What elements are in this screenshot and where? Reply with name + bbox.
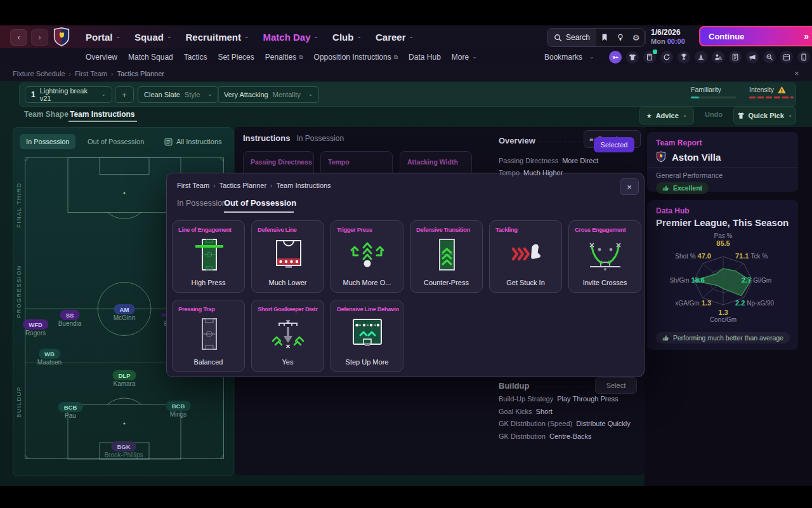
nav-item-club[interactable]: Club⌄ <box>332 32 362 43</box>
sync-icon[interactable] <box>660 51 673 64</box>
quick-pick-button[interactable]: Quick Pick ⌄ <box>733 107 796 124</box>
scouting-icon[interactable] <box>712 51 724 64</box>
squad-shirt-icon[interactable] <box>626 51 639 64</box>
player-position-pill[interactable]: BCB <box>166 401 191 411</box>
breadcrumb-item[interactable]: Fixture Schedule <box>13 70 65 77</box>
player-position-pill[interactable]: BCB <box>58 402 83 412</box>
competition-trophy-icon[interactable] <box>678 51 690 64</box>
inbox-chat-icon[interactable]: 9+ <box>609 51 622 64</box>
overview-selected-button[interactable]: Selected <box>594 137 634 152</box>
announcement-megaphone-icon[interactable] <box>746 51 759 64</box>
tab-team-shape[interactable]: Team Shape <box>24 110 69 119</box>
club-crest-small <box>656 151 666 163</box>
notes-bookmark-icon[interactable] <box>596 29 612 46</box>
card-title: Defensive Line <box>258 226 320 233</box>
subnav-item-set-pieces[interactable]: Set Pieces <box>218 53 254 62</box>
player-position-pill[interactable]: DLP <box>113 370 136 380</box>
game-date: 1/6/2026 Mon 00:00 <box>651 29 685 45</box>
add-tactic-button[interactable]: + <box>115 86 134 103</box>
club-crest[interactable] <box>53 27 70 47</box>
modal-card-line-of-engagement[interactable]: Line of EngagementHigh Press <box>172 220 245 293</box>
modal-card-short-goalkeeper-distr[interactable]: Short Goalkeeper DistrYes <box>251 300 324 372</box>
modal-card-defensive-transition[interactable]: Defensive TransitionCounter-Press <box>410 220 483 293</box>
breadcrumb-item[interactable]: First Team <box>177 182 209 189</box>
player-position-pill[interactable]: WFD <box>23 319 48 330</box>
defensive-line-icon <box>268 237 308 273</box>
instruction-summary-row: GK Distribution (Speed)Distribute Quickl… <box>499 420 631 427</box>
undo-button[interactable]: Undo <box>699 110 728 118</box>
player-name: Mings <box>170 411 187 418</box>
card-value: Step Up More <box>331 358 403 366</box>
card-value: Get Stuck In <box>490 279 561 286</box>
subnav-item-penalties[interactable]: Penalties⧉ <box>265 53 303 62</box>
date-value: 1/6/2026 <box>651 29 685 37</box>
modal-card-defensive-line-behavio[interactable]: Defensive Line BehavioStep Up More <box>331 300 403 372</box>
pitch-toggle-out-of-possession[interactable]: Out of Possession <box>81 134 150 149</box>
pitch-toggle-in-possession[interactable]: In Possession <box>20 134 75 149</box>
instructions-subtitle: In Possession <box>296 134 344 143</box>
style-selector[interactable]: Clean Slate Style ⌄ <box>138 86 219 103</box>
modal-tab-out-of-possession[interactable]: Out of Possession <box>224 198 296 208</box>
subnav-item-opposition-instructions[interactable]: Opposition Instructions⧉ <box>314 53 398 62</box>
continue-button[interactable]: Continue » <box>699 26 812 46</box>
familiarity-label: Familiarity <box>691 86 738 93</box>
hint-bulb-icon[interactable] <box>612 29 628 46</box>
card-title: Line of Engagement <box>178 226 240 233</box>
player-position-pill[interactable]: AM <box>114 304 135 314</box>
close-icon[interactable]: × <box>794 69 799 78</box>
settings-gear-icon[interactable]: ⚙ <box>628 29 644 46</box>
player-position-pill[interactable]: WB <box>39 349 60 359</box>
mentality-selector[interactable]: Very Attacking Mentality ⌄ <box>218 86 319 103</box>
nav-item-portal[interactable]: Portal⌄ <box>86 32 121 43</box>
modal-card-trigger-press[interactable]: Trigger PressMuch More O... <box>331 220 403 293</box>
modal-card-defensive-line[interactable]: Defensive LineMuch Lower <box>251 220 324 293</box>
club-device-icon[interactable] <box>797 51 810 64</box>
modal-close-button[interactable]: × <box>620 178 639 195</box>
player-position-pill[interactable]: BGK <box>111 441 136 451</box>
breadcrumb-item[interactable]: Team Instructions <box>276 182 331 189</box>
nav-item-recruitment[interactable]: Recruitment⌄ <box>185 32 249 43</box>
subnav-item-overview[interactable]: Overview <box>86 53 117 62</box>
tab-team-instructions[interactable]: Team Instructions <box>70 110 134 119</box>
breadcrumb-item[interactable]: First Team <box>75 70 107 77</box>
subnav-item-match-squad[interactable]: Match Squad <box>128 53 173 62</box>
search-button[interactable]: Search <box>547 29 596 46</box>
chevron-down-icon: ⌄ <box>167 33 172 39</box>
subnav-item-data-hub[interactable]: Data Hub <box>409 53 441 62</box>
training-cone-icon[interactable] <box>695 51 707 64</box>
modal-tab-in-possession[interactable]: In Possession <box>177 199 226 208</box>
player-position-pill[interactable]: SS <box>60 310 80 320</box>
instruction-summary-row: GK DistributionCentre-Backs <box>499 432 592 440</box>
chevron-down-icon: ⌄ <box>207 91 213 97</box>
radar-axis-gl-gm: 2.7Gl/Gm <box>740 276 771 284</box>
modal-card-cross-engagement[interactable]: Cross EngagementInvite Crosses <box>568 220 641 293</box>
team-name[interactable]: Aston Villa <box>672 152 721 163</box>
nav-label: Recruitment <box>185 32 241 43</box>
panel-card-icon[interactable] <box>643 51 656 64</box>
subnav-item-more[interactable]: More⌄ <box>452 53 477 62</box>
breadcrumb-item[interactable]: Tactics Planner <box>219 182 266 189</box>
subnav-item-tactics[interactable]: Tactics <box>184 53 207 62</box>
calendar-icon[interactable] <box>780 51 793 64</box>
nav-item-squad[interactable]: Squad⌄ <box>134 32 171 43</box>
advice-button[interactable]: ★ Advice ⌄ <box>639 107 694 124</box>
bookmarks-dropdown[interactable]: Bookmarks ⌄ <box>544 48 594 66</box>
news-report-icon[interactable] <box>729 51 742 64</box>
back-button[interactable]: ‹ <box>10 29 27 46</box>
all-instructions-toggle[interactable]: All Instructions <box>164 134 222 149</box>
player-name: Kamara <box>113 380 135 387</box>
player-search-icon[interactable] <box>763 51 776 64</box>
breadcrumb-separator: › <box>213 182 215 189</box>
radar-axis-tck-: 71.1Tck % <box>733 252 768 260</box>
buildup-select-button[interactable]: Select <box>595 377 637 394</box>
continue-label: Continue <box>709 32 744 41</box>
row-label: GK Distribution (Speed) <box>499 420 572 427</box>
modal-card-pressing-trap[interactable]: Pressing TrapBalanced <box>172 300 245 372</box>
pressing-trap-icon <box>188 317 229 352</box>
breadcrumb-item[interactable]: Tactics Planner <box>117 70 164 77</box>
nav-item-match-day[interactable]: Match Day⌄ <box>263 32 319 43</box>
nav-item-career[interactable]: Career⌄ <box>376 32 414 43</box>
forward-button[interactable]: › <box>31 29 48 46</box>
tactic-selector[interactable]: 1 Lightning break v21 ⌄ <box>25 86 112 103</box>
modal-card-tackling[interactable]: TacklingGet Stuck In <box>489 220 562 293</box>
